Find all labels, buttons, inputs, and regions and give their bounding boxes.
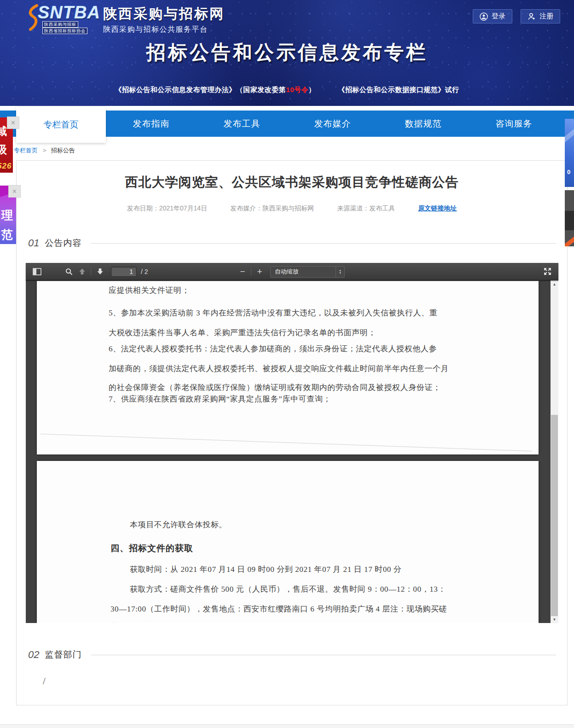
pdf-text-line: 加磋商的，须提供法定代表人授权委托书、被授权人提交响应文件截止时间前半年内任意一… bbox=[109, 364, 471, 374]
pdf-text-line: 6、法定代表人授权委托书：法定代表人参加磋商的，须出示身份证；法定代表人授权他人… bbox=[109, 344, 471, 354]
content-card: 西北大学阅览室、公共区域书架采购项目竞争性磋商公告 发布日期：2021年07月1… bbox=[16, 160, 568, 705]
notice-left-pre: 《招标公告和公示信息发布管理办法》（国家发改委第 bbox=[115, 86, 286, 93]
logo-acronym: SNTBA bbox=[38, 3, 100, 23]
close-icon[interactable]: × bbox=[7, 116, 19, 129]
scroll-up-icon[interactable]: ▲ bbox=[551, 282, 558, 286]
ad-text-fragment: 级 bbox=[0, 142, 13, 157]
pdf-text-line: 商文件请携带单位介绍信和身份证原件及身份证复印件一份 bbox=[110, 622, 471, 623]
meta-publish-media: 发布媒介：陕西采购与招标网 bbox=[230, 204, 314, 213]
zoom-out-button[interactable]: − bbox=[237, 266, 249, 278]
breadcrumb: 专栏首页 > 招标公告 bbox=[14, 146, 75, 155]
site-name: 陕西采购与招标网 bbox=[103, 5, 225, 23]
site-subtitle: 陕西采购与招标公共服务平台 bbox=[103, 25, 225, 35]
arrow-up-icon bbox=[79, 268, 86, 275]
meta-publish-date: 发布日期：2021年07月14日 bbox=[127, 204, 207, 213]
meta-media-value: 陕西采购与招标网 bbox=[262, 204, 314, 212]
tab-publish-guide[interactable]: 发布指南 bbox=[106, 111, 197, 137]
breadcrumb-separator: > bbox=[43, 147, 46, 154]
logo-caption-line1: 陕西采购与招标 bbox=[42, 21, 78, 28]
pdf-page-2: 本项目不允许联合体投标。 四、招标文件的获取 获取时间：从 2021 年07 月… bbox=[37, 461, 539, 623]
close-icon[interactable]: × bbox=[8, 185, 21, 198]
pdf-section-heading: 四、招标文件的获取 bbox=[110, 543, 471, 554]
ad-orange-slash bbox=[565, 236, 574, 246]
ad-banner-right-blue[interactable]: 0 bbox=[565, 119, 574, 187]
pdf-text-line: 30—17:00（工作时间），发售地点：西安市红缨路南口 6 号均明拍卖广场 4… bbox=[110, 604, 471, 614]
article-title: 西北大学阅览室、公共区域书架采购项目竞争性磋商公告 bbox=[17, 174, 567, 191]
zoom-mode-select[interactable]: 自动缩放 ▴ ▾ bbox=[270, 266, 345, 278]
search-button[interactable] bbox=[63, 265, 75, 278]
login-button[interactable]: 登录 bbox=[473, 9, 512, 23]
logo-mark: SNTBA 陕西采购与招标 陕西省招标投标协会 bbox=[27, 3, 99, 33]
sidebar-toggle-icon bbox=[33, 268, 41, 275]
arrow-down-icon bbox=[97, 268, 104, 275]
meta-date-value: 2021年07月14日 bbox=[159, 204, 207, 212]
sidebar-toggle-button[interactable] bbox=[30, 265, 43, 278]
spinner-down-glyph: ▾ bbox=[339, 272, 341, 274]
pdf-page-2-text: 本项目不允许联合体投标。 四、招标文件的获取 获取时间：从 2021 年07 月… bbox=[37, 520, 539, 623]
page-number-input[interactable] bbox=[111, 267, 137, 277]
banner-notice: 《招标公告和公示信息发布管理办法》（国家发改委第10号令） 《招标公告和公示数据… bbox=[0, 86, 574, 94]
presentation-mode-button[interactable] bbox=[541, 265, 554, 278]
main-nav: 专栏首页 发布指南 发布工具 发布媒介 数据规范 咨询服务 bbox=[0, 111, 574, 137]
ad-text-fragment: 理 bbox=[1, 208, 16, 223]
site-names: 陕西采购与招标网 陕西采购与招标公共服务平台 bbox=[103, 5, 225, 35]
pdf-page-1: 应提供相关文件证明； 5、参加本次采购活动前 3 年内在经营活动中没有重大违纪，… bbox=[37, 281, 539, 454]
pdf-text-line: 获取时间：从 2021 年07 月14 日 09 时00 分到 2021 年07… bbox=[110, 565, 471, 575]
pdf-text-line: 的社会保障资金（养老保险或医疗保险）缴纳证明或有效期内的劳动合同及被授权人身份证… bbox=[109, 383, 471, 393]
zoom-controls: − + 自动缩放 ▴ ▾ bbox=[237, 263, 345, 280]
tab-column-home[interactable]: 专栏首页 bbox=[16, 107, 106, 143]
register-button[interactable]: 注册 bbox=[521, 9, 560, 23]
section-divider bbox=[91, 655, 556, 655]
search-icon bbox=[65, 268, 73, 275]
banner-title: 招标公告和公示信息发布专栏 bbox=[0, 40, 574, 65]
next-page-button[interactable] bbox=[93, 265, 106, 278]
meta-media-label: 发布媒介： bbox=[230, 204, 262, 212]
zoom-mode-value: 自动缩放 bbox=[275, 268, 299, 276]
tab-publish-tools[interactable]: 发布工具 bbox=[197, 111, 287, 137]
ad-text-fragment: 范 bbox=[1, 227, 16, 242]
section-title: 监督部门 bbox=[45, 649, 81, 661]
meta-source-label: 来源渠道： bbox=[337, 204, 369, 212]
logo-caption-line2: 陕西省招标投标协会 bbox=[42, 28, 87, 34]
scrollbar-thumb[interactable] bbox=[551, 415, 558, 616]
notice-right: 《招标公告和公示数据接口规范》试行 bbox=[338, 86, 459, 94]
breadcrumb-current: 招标公告 bbox=[51, 147, 75, 154]
pdf-viewer: / 2 − + 自动缩放 ▴ ▾ bbox=[26, 263, 558, 623]
toolbar-separator bbox=[91, 268, 91, 275]
tab-data-standards[interactable]: 数据规范 bbox=[378, 111, 469, 137]
scroll-down-icon[interactable]: ▼ bbox=[551, 617, 558, 622]
section-header-announcement: 01 公告内容 bbox=[28, 237, 556, 249]
pdf-pages-area[interactable]: 应提供相关文件证明； 5、参加本次采购活动前 3 年内在经营活动中没有重大违纪，… bbox=[26, 280, 558, 623]
supervision-content: / bbox=[43, 676, 46, 687]
section-number: 01 bbox=[28, 237, 39, 249]
meta-source-value: 发布工具 bbox=[369, 204, 395, 212]
section-header-supervision: 02 监督部门 bbox=[28, 649, 556, 661]
zoom-in-button[interactable]: + bbox=[254, 266, 266, 278]
pdf-text-line: 本项目不允许联合体投标。 bbox=[110, 520, 471, 530]
tab-consulting-service[interactable]: 咨询服务 bbox=[469, 111, 559, 137]
ad-banner-right-dark[interactable] bbox=[565, 190, 574, 246]
origin-link[interactable]: 原文链接地址 bbox=[418, 204, 457, 213]
user-plus-icon bbox=[528, 12, 536, 21]
section-divider bbox=[91, 243, 556, 244]
page: SNTBA 陕西采购与招标 陕西省招标投标协会 陕西采购与招标网 陕西采购与招标… bbox=[0, 0, 574, 728]
auth-buttons: 登录 注册 bbox=[473, 9, 560, 23]
toolbar-separator bbox=[251, 268, 251, 276]
pdf-page-1-text: 应提供相关文件证明； 5、参加本次采购活动前 3 年内在经营活动中没有重大违纪，… bbox=[37, 281, 539, 404]
register-label: 注册 bbox=[539, 12, 553, 21]
article-meta: 发布日期：2021年07月14日 发布媒介：陕西采购与招标网 来源渠道：发布工具… bbox=[17, 204, 567, 213]
ad-text-fragment: 526 bbox=[0, 162, 13, 171]
pdf-scrollbar[interactable]: ▲ ▼ bbox=[551, 280, 558, 623]
pdf-text-line: 5、参加本次采购活动前 3 年内在经营活动中没有重大违纪，以及未被列入失信被执行… bbox=[109, 308, 471, 318]
tab-publish-media[interactable]: 发布媒介 bbox=[287, 111, 378, 137]
notice-red-order: 10号令 bbox=[286, 86, 308, 93]
site-header: SNTBA 陕西采购与招标 陕西省招标投标协会 陕西采购与招标网 陕西采购与招标… bbox=[0, 0, 574, 106]
meta-source-channel: 来源渠道：发布工具 bbox=[337, 204, 395, 213]
section-number: 02 bbox=[28, 649, 39, 661]
ad-inner-box bbox=[565, 211, 574, 230]
previous-page-button[interactable] bbox=[75, 265, 88, 278]
breadcrumb-home-link[interactable]: 专栏首页 bbox=[14, 147, 38, 154]
meta-date-label: 发布日期： bbox=[127, 204, 159, 212]
pdf-text-line: 大税收违法案件当事人名单、采购严重违法失信行为记录名单的书面声明； bbox=[109, 328, 471, 338]
site-logo[interactable]: SNTBA 陕西采购与招标 陕西省招标投标协会 陕西采购与招标网 陕西采购与招标… bbox=[27, 3, 225, 35]
